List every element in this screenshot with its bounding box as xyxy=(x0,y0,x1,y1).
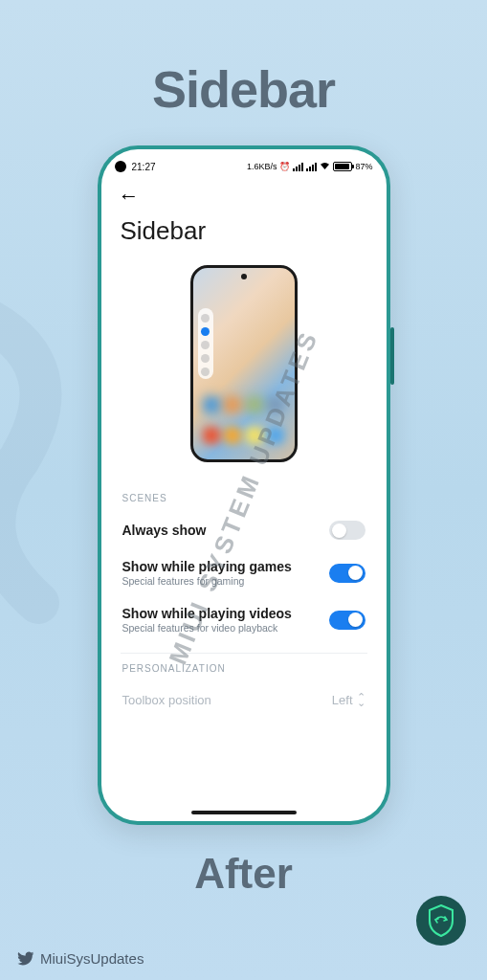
toggle-always-show[interactable] xyxy=(329,521,365,540)
status-bar: 21:27 1.6KB/s ⏰ 87% xyxy=(101,155,387,178)
alarm-icon: ⏰ xyxy=(279,162,290,171)
setting-title: Always show xyxy=(122,523,207,538)
twitter-icon xyxy=(17,951,34,967)
setting-title: Show while playing games xyxy=(122,559,292,574)
gesture-nav-bar[interactable] xyxy=(191,811,297,814)
sidebar-pill-preview xyxy=(198,308,213,379)
signal-icon-2 xyxy=(306,163,317,171)
status-net-speed: 1.6KB/s xyxy=(247,162,277,171)
chevron-updown-icon: ⌃⌄ xyxy=(357,695,365,705)
app-badge-icon xyxy=(416,896,466,946)
section-label-scenes: SCENES xyxy=(101,483,387,511)
back-button[interactable]: ← xyxy=(119,184,140,208)
status-time: 21:27 xyxy=(132,162,156,172)
credit-row: MiuiSysUpdates xyxy=(17,950,144,967)
page-title: Sidebar xyxy=(101,207,387,261)
toggle-show-games[interactable] xyxy=(329,564,365,583)
status-battery-pct: 87% xyxy=(355,162,372,171)
shield-icon xyxy=(427,904,455,937)
credit-handle: MiuiSysUpdates xyxy=(40,950,144,967)
battery-icon xyxy=(333,162,352,171)
toggle-show-videos[interactable] xyxy=(329,611,365,630)
setting-subtitle: Special features for video playback xyxy=(122,622,292,634)
wifi-icon xyxy=(320,162,330,172)
setting-subtitle: Special features for gaming xyxy=(122,575,292,587)
toolbox-position-row[interactable]: Toolbox position Left ⌃⌄ xyxy=(101,681,387,707)
phone-screen: 21:27 1.6KB/s ⏰ 87% ← Sidebar xyxy=(101,149,387,821)
bottom-heading: After xyxy=(0,850,487,898)
phone-side-button-deco xyxy=(390,327,394,385)
setting-show-games[interactable]: Show while playing games Special feature… xyxy=(101,549,387,596)
sidebar-preview xyxy=(101,261,387,483)
setting-title: Show while playing videos xyxy=(122,606,292,621)
signal-icon xyxy=(293,163,303,171)
top-heading: Sidebar xyxy=(0,59,487,119)
setting-show-videos[interactable]: Show while playing videos Special featur… xyxy=(101,596,387,643)
camera-punch-hole xyxy=(115,161,126,172)
setting-always-show[interactable]: Always show xyxy=(101,511,387,549)
mini-phone-preview xyxy=(190,265,298,462)
phone-mockup-frame: 21:27 1.6KB/s ⏰ 87% ← Sidebar xyxy=(98,145,390,825)
toolbox-position-value: Left xyxy=(332,693,353,707)
section-label-personalization: PERSONALIZATION xyxy=(101,654,387,681)
toolbox-position-label: Toolbox position xyxy=(122,693,211,707)
